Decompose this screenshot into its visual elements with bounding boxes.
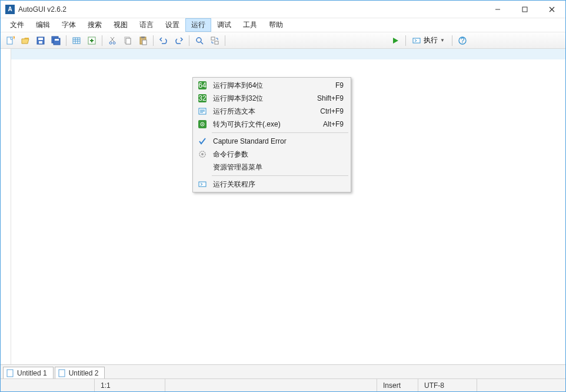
status-cursor-pos: 1:1 [95, 379, 165, 391]
status-insert-mode: Insert [377, 379, 418, 391]
cut-button[interactable] [105, 34, 119, 47]
help-button[interactable]: ? [455, 34, 470, 47]
window-title: AutoGUI v2.6.2 [18, 5, 484, 14]
minimize-button[interactable] [484, 1, 511, 18]
add-item-button[interactable] [85, 34, 99, 47]
svg-rect-28 [142, 40, 147, 45]
menubar: 文件 编辑 字体 搜索 视图 语言 设置 运行 调试 工具 帮助 [1, 18, 565, 32]
run-button[interactable] [388, 34, 402, 47]
svg-text:32: 32 [198, 94, 207, 102]
run64-icon: 64 [197, 79, 208, 91]
svg-rect-7 [38, 38, 43, 40]
paste-button[interactable] [136, 34, 150, 47]
assoc-icon [197, 178, 208, 190]
menu-capture-stderr[interactable]: Capture Standard Error [194, 135, 349, 148]
gear-icon [197, 148, 208, 160]
svg-rect-25 [126, 38, 131, 44]
editor-current-line [1, 49, 565, 59]
new-file-button[interactable]: ✶ [3, 34, 17, 47]
toolbar-separator [225, 35, 225, 46]
menu-font[interactable]: 字体 [56, 18, 82, 32]
svg-point-21 [113, 42, 115, 44]
toolbar-separator [189, 35, 189, 46]
document-tabbar: Untitled 1 Untitled 2 [1, 364, 565, 378]
status-empty [1, 379, 95, 391]
menu-run-associated[interactable]: 运行关联程序 [194, 178, 349, 191]
tab-untitled-1[interactable]: Untitled 1 [3, 367, 54, 378]
svg-rect-50 [7, 370, 13, 377]
close-button[interactable] [538, 1, 565, 18]
menu-run-selection[interactable]: 运行所选文本 Ctrl+F9 [194, 105, 349, 118]
menu-cmdline-args[interactable]: 命令行参数 [194, 148, 349, 161]
menu-separator [212, 175, 348, 176]
menu-run-64bit[interactable]: 64 运行脚本到64位 F9 [194, 79, 349, 92]
svg-text:64: 64 [198, 81, 207, 89]
save-all-button[interactable] [49, 34, 63, 47]
menu-separator [212, 132, 348, 133]
toolbar-separator [405, 35, 406, 46]
status-tail [477, 379, 565, 391]
svg-rect-51 [59, 370, 65, 377]
statusbar: 1:1 Insert UTF-8 [1, 378, 565, 391]
tab-untitled-2[interactable]: Untitled 2 [55, 367, 105, 378]
menu-compile-exe[interactable]: 转为可执行文件(.exe) Alt+F9 [194, 118, 349, 131]
execute-label: 执行 [424, 35, 438, 45]
svg-text:✶: ✶ [12, 36, 15, 42]
execute-icon [412, 36, 421, 45]
svg-point-29 [197, 38, 201, 42]
menu-help[interactable]: 帮助 [263, 18, 289, 32]
open-file-button[interactable] [18, 34, 32, 47]
menu-run-32bit[interactable]: 32 运行脚本到32位 Shift+F9 [194, 92, 349, 105]
status-spacer [165, 379, 377, 391]
toolbar-separator [153, 35, 154, 46]
undo-button[interactable] [157, 34, 171, 47]
menu-edit[interactable]: 编辑 [30, 18, 56, 32]
tab-label: Untitled 1 [17, 369, 47, 377]
svg-rect-1 [522, 7, 527, 12]
svg-rect-11 [55, 39, 59, 41]
toolbar-separator [102, 35, 102, 46]
table-button[interactable] [69, 34, 84, 47]
svg-point-48 [201, 153, 204, 155]
tab-label: Untitled 2 [69, 369, 99, 377]
app-icon: A [5, 5, 15, 14]
svg-rect-8 [39, 41, 42, 44]
svg-rect-31 [211, 37, 215, 40]
redo-button[interactable] [172, 34, 186, 47]
menu-file[interactable]: 文件 [4, 18, 30, 32]
maximize-button[interactable] [511, 1, 538, 18]
menu-language[interactable]: 语言 [134, 18, 159, 32]
exe-icon [197, 118, 208, 130]
menu-explorer-menu[interactable]: 资源管理器菜单 [194, 161, 349, 174]
menu-run[interactable]: 运行 [185, 18, 211, 32]
run-menu-dropdown: 64 运行脚本到64位 F9 32 运行脚本到32位 Shift+F9 运行所选… [192, 77, 351, 192]
status-encoding: UTF-8 [418, 379, 477, 391]
menu-debug[interactable]: 调试 [211, 18, 237, 32]
svg-point-46 [202, 124, 203, 125]
svg-point-20 [109, 42, 112, 44]
check-icon [197, 135, 208, 147]
menu-search[interactable]: 搜索 [82, 18, 108, 32]
replace-button[interactable] [208, 34, 222, 47]
svg-line-30 [201, 42, 203, 44]
document-icon [58, 369, 66, 377]
window-controls [484, 1, 565, 18]
editor-gutter [1, 49, 11, 364]
toolbar-separator [452, 35, 452, 46]
menu-settings[interactable]: 设置 [159, 18, 185, 32]
svg-rect-27 [141, 36, 145, 38]
execute-dropdown[interactable]: 执行 ▼ [409, 34, 449, 47]
titlebar: A AutoGUI v2.6.2 [1, 1, 565, 18]
save-button[interactable] [34, 34, 48, 47]
app-window: A AutoGUI v2.6.2 文件 编辑 字体 搜索 视图 语言 设置 运行… [0, 0, 566, 392]
find-button[interactable] [192, 34, 207, 47]
editor-area[interactable]: 64 运行脚本到64位 F9 32 运行脚本到32位 Shift+F9 运行所选… [1, 49, 565, 364]
run32-icon: 32 [197, 92, 208, 104]
document-icon [6, 369, 14, 377]
copy-button[interactable] [121, 34, 135, 47]
menu-tools[interactable]: 工具 [237, 18, 263, 32]
svg-rect-12 [73, 38, 80, 44]
svg-text:?: ? [461, 36, 465, 45]
chevron-down-icon: ▼ [440, 38, 445, 43]
menu-view[interactable]: 视图 [108, 18, 134, 32]
